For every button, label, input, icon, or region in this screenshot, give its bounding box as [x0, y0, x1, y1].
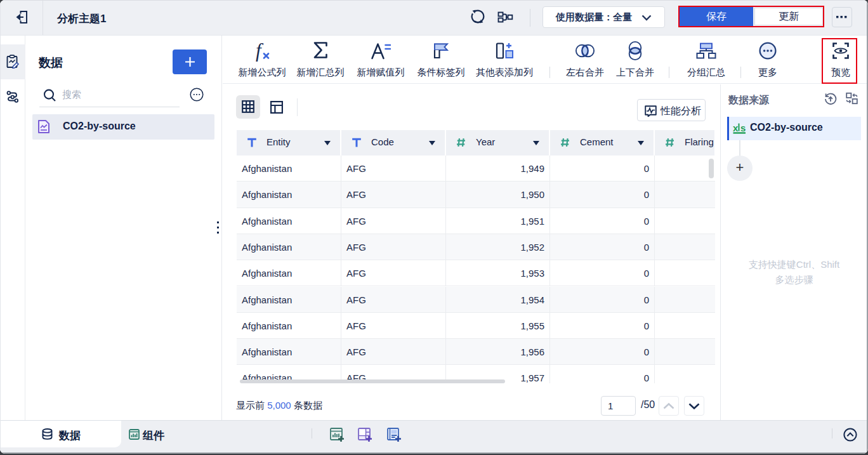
svg-text:s: s: [740, 122, 746, 133]
svg-text:f: f: [256, 40, 264, 62]
svg-text:x: x: [733, 122, 739, 133]
